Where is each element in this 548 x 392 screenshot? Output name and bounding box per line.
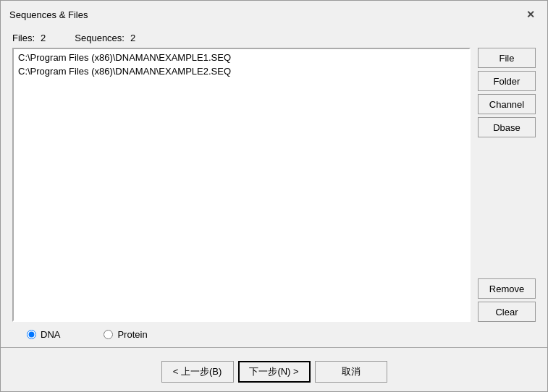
sequences-value: 2 <box>130 33 135 43</box>
dialog-body: Files: 2 Sequences: 2 C:\Program Files (… <box>1 27 547 347</box>
list-item[interactable]: C:\Program Files (x86)\DNAMAN\EXAMPLE2.S… <box>15 64 468 78</box>
button-spacer <box>478 140 536 276</box>
channel-button[interactable]: Channel <box>478 94 536 114</box>
dna-radio[interactable] <box>27 330 36 339</box>
protein-radio[interactable] <box>104 330 113 339</box>
file-button[interactable]: File <box>478 48 536 68</box>
remove-button[interactable]: Remove <box>478 278 536 299</box>
divider <box>1 347 547 348</box>
dbase-button[interactable]: Dbase <box>478 117 536 137</box>
dna-radio-label[interactable]: DNA <box>27 329 60 340</box>
file-list[interactable]: C:\Program Files (x86)\DNAMAN\EXAMPLE1.S… <box>12 48 471 322</box>
files-stat: Files: 2 <box>12 33 46 43</box>
dialog-title: Sequences & Files <box>9 9 88 20</box>
back-button[interactable]: < 上一步(B) <box>161 361 234 383</box>
list-item[interactable]: C:\Program Files (x86)\DNAMAN\EXAMPLE1.S… <box>15 51 468 64</box>
main-content: C:\Program Files (x86)\DNAMAN\EXAMPLE1.S… <box>12 48 536 322</box>
sequences-stat: Sequences: 2 <box>75 33 135 43</box>
next-button[interactable]: 下一步(N) > <box>238 361 311 383</box>
buttons-column: File Folder Channel Dbase Remove Clear <box>478 48 536 322</box>
title-bar: Sequences & Files ✕ <box>1 1 547 27</box>
clear-button[interactable]: Clear <box>478 302 536 322</box>
protein-radio-label[interactable]: Protein <box>104 329 147 340</box>
close-button[interactable]: ✕ <box>523 7 539 22</box>
folder-button[interactable]: Folder <box>478 71 536 91</box>
dialog-window: Sequences & Files ✕ Files: 2 Sequences: … <box>0 0 548 392</box>
files-value: 2 <box>41 33 46 43</box>
dna-label: DNA <box>41 329 60 340</box>
sequences-label: Sequences: <box>75 33 125 43</box>
radio-row: DNA Protein <box>12 322 536 347</box>
files-label: Files: <box>12 33 35 43</box>
stats-row: Files: 2 Sequences: 2 <box>12 33 536 43</box>
protein-label: Protein <box>117 329 147 340</box>
bottom-bar: < 上一步(B) 下一步(N) > 取消 <box>1 355 547 391</box>
cancel-button[interactable]: 取消 <box>315 361 387 383</box>
